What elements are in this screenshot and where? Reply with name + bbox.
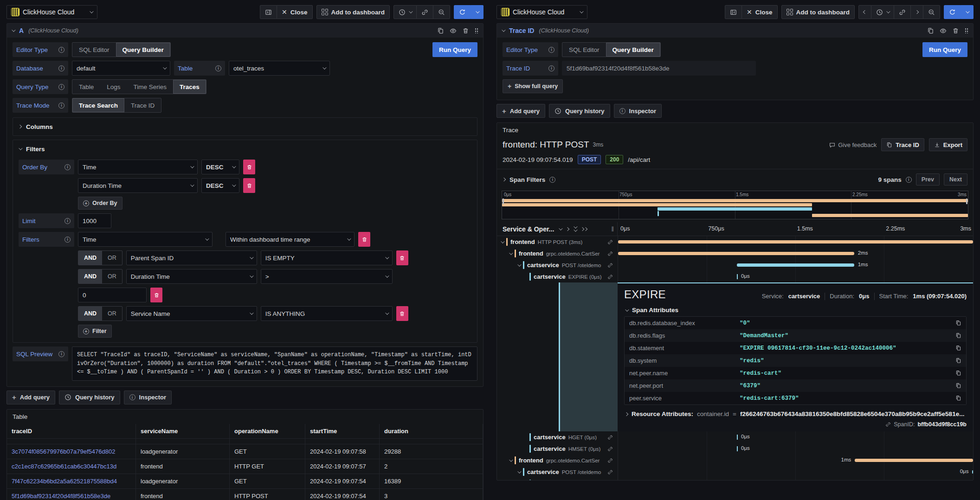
collapse-chevron-icon[interactable] (517, 263, 521, 266)
span-bar[interactable] (737, 274, 738, 279)
order-by-dir-select[interactable]: DESC (201, 160, 239, 174)
remove-filter-button[interactable] (358, 232, 370, 247)
duplicate-query-button[interactable] (437, 27, 444, 34)
column-header[interactable]: traceID (7, 424, 136, 438)
trace-id-button[interactable]: Trace ID (881, 138, 924, 151)
collapse-chevron-icon[interactable] (509, 458, 513, 462)
editor-type-builder[interactable]: Query Builder (116, 43, 170, 57)
refresh-interval-dropdown[interactable] (961, 5, 974, 19)
filter-field-select[interactable]: Parent Span ID (126, 250, 257, 265)
filter-field-select[interactable]: Service Name (126, 306, 257, 321)
span-link-icon[interactable] (607, 263, 613, 268)
share-link-button[interactable] (894, 5, 911, 19)
minimap-right-handle[interactable] (966, 199, 967, 204)
add-query-button[interactable]: +Add query (496, 104, 545, 118)
span-row[interactable]: cartservice HGET (0μs) 0μs (497, 431, 973, 443)
filter-value-input[interactable] (78, 288, 147, 302)
editor-type-builder[interactable]: Query Builder (606, 43, 660, 57)
span-bar[interactable] (737, 435, 738, 440)
next-span-button[interactable]: Next (944, 173, 967, 186)
span-bar[interactable] (737, 263, 854, 267)
and-option[interactable]: AND (78, 307, 102, 321)
order-by-field-select[interactable]: Duration Time (78, 178, 198, 193)
span-link-icon[interactable] (607, 446, 613, 452)
columns-section-header[interactable]: Columns (19, 122, 471, 132)
span-link-icon[interactable] (607, 435, 613, 440)
column-header[interactable]: serviceName (136, 424, 230, 438)
datasource-picker[interactable]: ClickHouse Cloud (496, 5, 587, 19)
span-row[interactable]: frontend grpc.oteldemo.CartSer 2ms (497, 248, 973, 259)
query-header[interactable]: Trace ID (ClickHouse Cloud) (497, 24, 973, 38)
copy-attribute-button[interactable] (955, 345, 961, 351)
and-option[interactable]: AND (78, 251, 102, 265)
resource-attributes-row[interactable]: Resource Attributes: container.id = f266… (625, 410, 967, 417)
delete-query-button[interactable] (462, 27, 469, 34)
trace-minimap[interactable]: 0μs 750μs 1.5ms 2.25ms 3ms (502, 191, 968, 219)
filters-section-header[interactable]: Filters (19, 144, 471, 154)
span-row[interactable]: cartservice POST /oteldemo 0μs (497, 466, 973, 478)
span-link-icon[interactable] (607, 274, 613, 280)
inspector-button[interactable]: iInspector (124, 391, 172, 404)
trace-id-link[interactable]: 3c7074f085679976b07a79ef5476d802 (12, 448, 115, 455)
filter-field-select[interactable]: Time (78, 232, 213, 247)
query-type-timeseries[interactable]: Time Series (127, 80, 174, 94)
run-refresh-button[interactable] (944, 5, 961, 19)
query-history-button[interactable]: Query history (59, 391, 120, 404)
add-order-by-button[interactable]: +Order By (78, 197, 122, 210)
remove-filter-button[interactable] (396, 306, 408, 321)
delete-query-button[interactable] (952, 27, 959, 34)
drag-handle[interactable] (965, 28, 968, 33)
query-type-logs[interactable]: Logs (100, 80, 127, 94)
zoom-out-button[interactable] (923, 5, 940, 19)
remove-filter-button[interactable] (150, 288, 162, 302)
refresh-interval-dropdown[interactable] (471, 5, 484, 19)
give-feedback-link[interactable]: Give feedback (829, 141, 877, 148)
copy-attribute-button[interactable] (955, 370, 961, 376)
filter-operator-select[interactable]: > (261, 269, 393, 284)
filter-operator-select[interactable]: IS ANYTHING (261, 306, 393, 321)
span-row[interactable]: frontend grpc.oteldemo.CartSer 1ms (497, 455, 973, 466)
drag-handle[interactable] (475, 28, 478, 33)
column-header[interactable]: startTime (305, 424, 380, 438)
filter-field-select[interactable]: Duration Time (126, 269, 257, 284)
span-row[interactable]: frontend HTTP POST (3ms) (497, 236, 973, 248)
order-by-dir-select[interactable]: DESC (201, 178, 239, 193)
collapse-chevron-icon[interactable] (509, 251, 513, 255)
order-by-field-select[interactable]: Time (78, 160, 198, 174)
span-bar[interactable] (972, 470, 973, 474)
add-filter-button[interactable]: +Filter (78, 325, 112, 338)
column-header[interactable]: operationName (230, 424, 305, 438)
remove-order-by-button[interactable] (243, 160, 255, 174)
copy-attribute-button[interactable] (955, 320, 961, 326)
hide-query-button[interactable] (940, 27, 947, 34)
add-to-dashboard-button[interactable]: Add to dashboard (316, 5, 390, 19)
span-row[interactable]: cartservice HGET (0μs) 0μs (497, 478, 973, 481)
run-query-button[interactable]: Run Query (432, 42, 477, 57)
zoom-out-button[interactable] (433, 5, 450, 19)
query-type-traces[interactable]: Traces (173, 80, 206, 94)
prev-span-button[interactable]: Prev (916, 173, 940, 186)
query-history-button[interactable]: Query history (549, 104, 610, 118)
table-select[interactable]: otel_traces (229, 61, 330, 76)
remove-filter-button[interactable] (396, 250, 408, 265)
editor-type-sql[interactable]: SQL Editor (562, 43, 606, 57)
collapse-chevron-icon[interactable] (501, 239, 504, 243)
close-button[interactable]: ✕Close (742, 5, 778, 19)
minimap-left-handle[interactable] (503, 199, 504, 204)
span-bar[interactable] (618, 240, 973, 244)
or-option[interactable]: OR (102, 307, 122, 321)
trace-id-link[interactable]: c2c1ec87c62965b61cab6c30447bc13d (12, 463, 116, 470)
span-link-icon[interactable] (607, 251, 613, 256)
filter-operator-select[interactable]: IS EMPTY (261, 250, 393, 265)
database-select[interactable]: default (72, 61, 170, 76)
chevron-down-icon[interactable] (559, 226, 562, 230)
time-range-button[interactable] (871, 5, 894, 19)
or-option[interactable]: OR (102, 251, 122, 265)
copy-attribute-button[interactable] (955, 333, 961, 339)
trace-mode-id[interactable]: Trace ID (124, 98, 161, 112)
remove-order-by-button[interactable] (243, 178, 255, 193)
span-row[interactable]: cartservice HMSET (0μs) 0μs (497, 443, 973, 455)
or-option[interactable]: OR (102, 269, 122, 283)
time-shift-forward-button[interactable] (911, 5, 923, 19)
split-pane-button[interactable] (725, 5, 742, 19)
